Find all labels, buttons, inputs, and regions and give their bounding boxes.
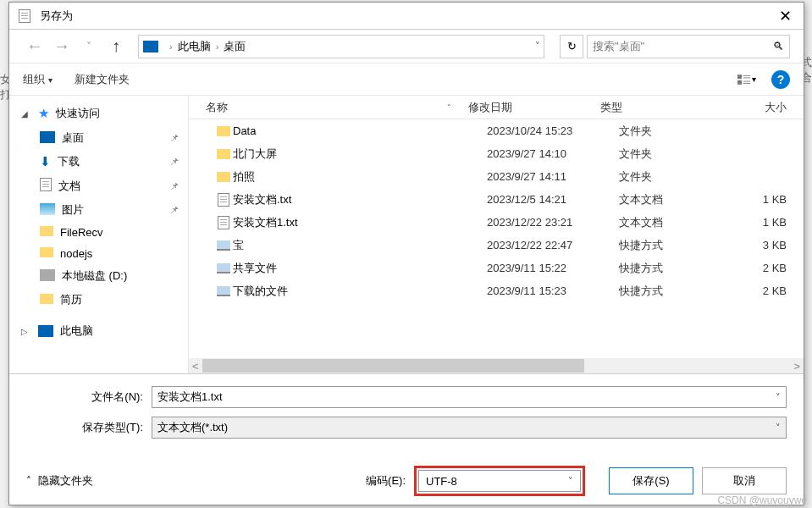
file-type: 快捷方式 [619,261,744,276]
breadcrumb[interactable]: › 此电脑 › 桌面 ˅ [138,35,544,58]
pc-icon [38,325,53,337]
file-row[interactable]: 共享文件 2023/9/11 15:22 快捷方式 2 KB [189,257,804,279]
close-button[interactable]: ✕ [773,4,797,28]
search-input[interactable]: 搜索"桌面" 🔍︎ [587,35,790,58]
file-row[interactable]: 拍照 2023/9/27 14:11 文件夹 [189,165,804,188]
encoding-combo[interactable]: UTF-8 ˅ [418,470,581,492]
file-date: 2023/9/11 15:22 [487,262,619,274]
save-as-dialog: 另存为 ✕ ← → ˅ ↑ › 此电脑 › 桌面 ˅ ↻ 搜索"桌面" 🔍︎ 组… [8,2,804,505]
file-name: 安装文档1.txt [233,215,487,230]
chevron-down-icon[interactable]: ˅ [776,392,781,403]
file-size: 1 KB [744,193,804,206]
sidebar-item[interactable]: nodejs [9,243,188,264]
txt-icon [214,193,233,207]
cancel-button[interactable]: 取消 [702,467,787,494]
file-type: 文件夹 [619,124,744,139]
folder-icon [214,126,233,136]
file-type: 文本文档 [619,215,744,230]
file-date: 2023/9/27 14:11 [487,170,619,183]
encoding-highlight: UTF-8 ˅ [414,466,585,496]
sidebar-this-pc[interactable]: ▷ 此电脑 [9,318,188,344]
chevron-down-icon[interactable]: ˅ [568,476,573,487]
sidebar-item-label: 简历 [60,292,82,307]
chevron-icon: ◢ [21,109,31,119]
chevron-icon: ▷ [21,327,31,336]
pin-icon: 📌︎ [169,204,180,216]
sidebar-item-label: FileRecv [60,226,103,239]
breadcrumb-pc[interactable]: 此电脑 [178,39,211,54]
forward-button[interactable]: → [50,35,74,58]
new-folder-button[interactable]: 新建文件夹 [75,72,130,87]
file-type: 文本文档 [619,192,744,207]
history-dropdown[interactable]: ˅ [77,35,101,58]
desk-icon [40,131,55,146]
filename-input[interactable]: 安装文档1.txt ˅ [152,386,787,408]
file-name: Data [233,124,487,137]
chevron-icon: › [169,41,173,52]
folder-icon [40,247,53,260]
horizontal-scrollbar[interactable] [189,358,804,373]
sidebar-item[interactable]: 桌面 📌︎ [9,126,188,150]
file-date: 2023/12/22 22:47 [487,239,619,251]
app-icon [16,8,33,25]
save-button[interactable]: 保存(S) [609,467,693,494]
file-row[interactable]: Data 2023/10/24 15:23 文件夹 [189,119,804,142]
sidebar-item-label: nodejs [60,247,92,260]
filename-label: 文件名(N): [26,389,152,405]
file-date: 2023/9/11 15:23 [487,284,619,297]
column-date[interactable]: 修改日期 [468,100,600,115]
column-size[interactable]: 大小 [726,100,804,115]
file-size: 1 KB [744,216,804,229]
file-size: 2 KB [744,284,804,297]
doc-icon [40,178,52,194]
file-row[interactable]: 下载的文件 2023/9/11 15:23 快捷方式 2 KB [189,279,804,302]
file-row[interactable]: 宝 2023/12/22 22:47 快捷方式 3 KB [189,234,804,257]
lnk-icon [214,240,233,251]
file-row[interactable]: 北门大屏 2023/9/27 14:10 文件夹 [189,142,804,165]
pc-icon [142,38,159,55]
refresh-button[interactable]: ↻ [560,35,583,58]
sidebar-item-label: 下载 [58,154,80,169]
back-button[interactable]: ← [23,35,47,58]
sidebar-item[interactable]: 图片 📌︎ [9,198,188,222]
star-icon: ★ [38,106,49,121]
sidebar-item-label: 本地磁盘 (D:) [62,268,127,284]
sidebar-item[interactable]: 本地磁盘 (D:) [9,264,188,288]
svg-rect-4 [743,80,750,81]
file-type: 快捷方式 [619,284,744,299]
file-type: 快捷方式 [619,238,744,253]
file-name: 安装文档.txt [233,192,487,207]
sidebar: ◢ ★ 快速访问 桌面 📌︎⬇ 下载 📌︎ 文档 📌︎ 图片 📌︎ FileRe… [9,96,189,373]
sidebar-quick-access[interactable]: ◢ ★ 快速访问 [9,101,188,126]
file-date: 2023/12/5 14:21 [487,193,619,206]
folder-icon [40,226,53,239]
chevron-down-icon[interactable]: ˅ [776,422,781,433]
breadcrumb-desktop[interactable]: 桌面 [224,39,246,54]
svg-rect-0 [737,75,742,79]
file-name: 北门大屏 [233,146,487,162]
view-options-button[interactable]: ▾ [737,70,756,89]
file-size: 3 KB [744,239,804,251]
sidebar-item-label: 文档 [58,179,80,194]
file-row[interactable]: 安装文档.txt 2023/12/5 14:21 文本文档 1 KB [189,188,804,211]
file-row[interactable]: 安装文档1.txt 2023/12/22 23:21 文本文档 1 KB [189,211,804,234]
help-icon[interactable]: ? [771,70,790,89]
file-type: 文件夹 [619,169,744,185]
chevron-down-icon[interactable]: ˅ [535,41,540,52]
sidebar-item[interactable]: FileRecv [9,222,188,243]
column-headers: 名称 ˄ 修改日期 类型 大小 [189,96,804,119]
hide-folders-button[interactable]: ˄ 隐藏文件夹 [26,473,93,489]
savetype-combo[interactable]: 文本文档(*.txt) ˅ [152,417,787,439]
organize-button[interactable]: 组织▾ [23,72,52,87]
column-name[interactable]: 名称 ˄ [189,100,468,115]
sort-indicator-icon: ˄ [447,103,451,112]
sidebar-item[interactable]: ⬇ 下载 📌︎ [9,150,188,174]
svg-rect-3 [737,80,742,84]
sidebar-item[interactable]: 文档 📌︎ [9,174,188,198]
column-type[interactable]: 类型 [600,100,726,115]
file-list-area: 名称 ˄ 修改日期 类型 大小 Data 2023/10/24 15:23 文件… [189,96,804,373]
sidebar-item-label: 桌面 [62,130,84,146]
sidebar-item[interactable]: 简历 [9,288,188,312]
chevron-icon: › [216,41,219,52]
up-button[interactable]: ↑ [104,35,128,58]
